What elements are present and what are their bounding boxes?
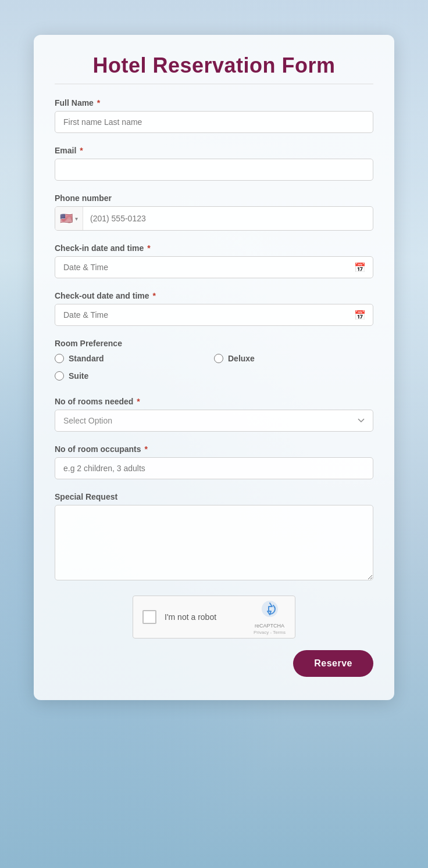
rooms-needed-group: No of rooms needed * Select Option 1 2 3… bbox=[55, 397, 373, 432]
checkout-label: Check-out date and time * bbox=[55, 291, 373, 300]
form-title: Hotel Reservation Form bbox=[55, 53, 373, 78]
checkout-input[interactable] bbox=[55, 304, 347, 325]
recaptcha-icon bbox=[261, 600, 279, 622]
captcha-wrapper: I'm not a robot reCAPTCHA Privacy - Term… bbox=[55, 596, 373, 639]
room-option-deluxe: Deluxe bbox=[214, 354, 373, 363]
checkout-calendar-icon[interactable]: 📅 bbox=[347, 310, 373, 321]
room-preference-options: Standard Deluxe Suite bbox=[55, 354, 373, 384]
room-preference-group: Room Preference Standard Deluxe Suite bbox=[55, 339, 373, 384]
email-input[interactable] bbox=[55, 159, 373, 181]
recaptcha-brand-text: reCAPTCHA bbox=[255, 623, 284, 629]
email-group: Email * bbox=[55, 146, 373, 181]
captcha-checkbox[interactable] bbox=[142, 610, 156, 624]
title-divider bbox=[55, 84, 373, 84]
occupants-input[interactable] bbox=[55, 457, 373, 479]
form-footer: Reserve bbox=[55, 650, 373, 677]
checkin-calendar-icon[interactable]: 📅 bbox=[347, 262, 373, 273]
radio-standard-label: Standard bbox=[69, 354, 104, 363]
full-name-group: Full Name * bbox=[55, 98, 373, 133]
checkin-date-wrapper: 📅 bbox=[55, 256, 373, 278]
occupants-group: No of room occupants * bbox=[55, 444, 373, 479]
checkin-group: Check-in date and time * 📅 bbox=[55, 243, 373, 278]
us-flag-icon: 🇺🇸 bbox=[60, 212, 73, 225]
captcha-label: I'm not a robot bbox=[165, 612, 245, 622]
special-request-label: Special Request bbox=[55, 492, 373, 501]
recaptcha-privacy[interactable]: Privacy bbox=[254, 630, 269, 635]
full-name-required: * bbox=[95, 98, 100, 107]
email-label: Email * bbox=[55, 146, 373, 155]
reserve-button[interactable]: Reserve bbox=[293, 650, 373, 677]
checkout-date-wrapper: 📅 bbox=[55, 304, 373, 326]
full-name-input[interactable] bbox=[55, 111, 373, 133]
checkin-required: * bbox=[145, 243, 150, 253]
rooms-needed-select[interactable]: Select Option 1 2 3 4 5 6+ bbox=[55, 410, 373, 432]
room-option-standard: Standard bbox=[55, 354, 214, 363]
checkout-group: Check-out date and time * 📅 bbox=[55, 291, 373, 326]
email-required: * bbox=[77, 146, 83, 155]
occupants-label: No of room occupants * bbox=[55, 444, 373, 454]
radio-deluxe[interactable] bbox=[214, 354, 223, 363]
recaptcha-terms[interactable]: Terms bbox=[273, 630, 286, 635]
radio-suite-label: Suite bbox=[69, 371, 88, 381]
radio-deluxe-label: Deluxe bbox=[228, 354, 255, 363]
phone-wrapper: 🇺🇸 ▾ bbox=[55, 206, 373, 231]
phone-label: Phone number bbox=[55, 193, 373, 203]
special-request-group: Special Request bbox=[55, 492, 373, 583]
checkin-label: Check-in date and time * bbox=[55, 243, 373, 253]
radio-standard[interactable] bbox=[55, 354, 64, 363]
checkout-required: * bbox=[151, 291, 156, 300]
checkin-input[interactable] bbox=[55, 257, 347, 278]
flag-dropdown-arrow: ▾ bbox=[75, 216, 78, 222]
special-request-textarea[interactable] bbox=[55, 505, 373, 580]
reservation-form: Hotel Reservation Form Full Name * Email… bbox=[34, 35, 394, 700]
rooms-needed-label: No of rooms needed * bbox=[55, 397, 373, 406]
room-option-suite: Suite bbox=[55, 371, 214, 381]
phone-group: Phone number 🇺🇸 ▾ bbox=[55, 193, 373, 231]
full-name-label: Full Name * bbox=[55, 98, 373, 107]
room-preference-label: Room Preference bbox=[55, 339, 373, 348]
recaptcha-links: Privacy - Terms bbox=[254, 630, 286, 635]
recaptcha-branding: reCAPTCHA Privacy - Terms bbox=[254, 600, 286, 635]
rooms-needed-required: * bbox=[134, 397, 140, 406]
captcha-box: I'm not a robot reCAPTCHA Privacy - Term… bbox=[133, 596, 295, 639]
phone-flag-selector[interactable]: 🇺🇸 ▾ bbox=[55, 207, 83, 230]
occupants-required: * bbox=[142, 444, 148, 454]
phone-input[interactable] bbox=[83, 208, 373, 229]
radio-suite[interactable] bbox=[55, 371, 64, 381]
